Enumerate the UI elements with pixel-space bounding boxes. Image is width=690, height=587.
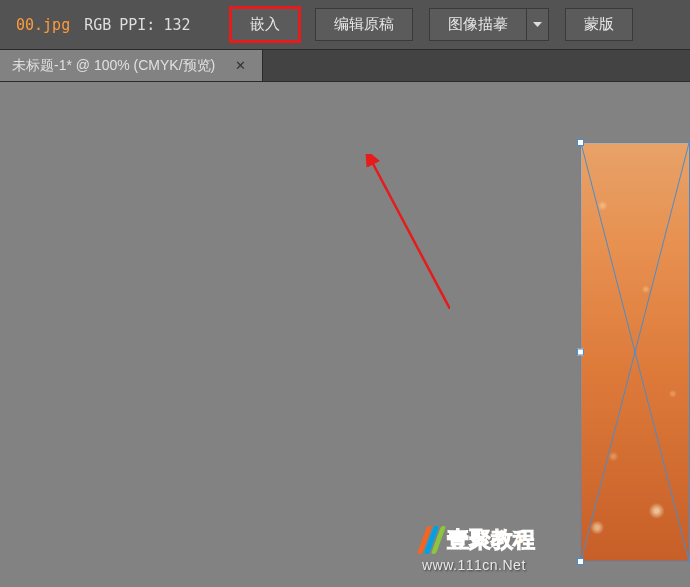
document-tab-bar: 未标题-1* @ 100% (CMYK/预览) ✕: [0, 50, 690, 82]
toolbar-buttons: 嵌入 编辑原稿 图像描摹 蒙版: [231, 8, 633, 41]
transform-handle[interactable]: [577, 558, 584, 565]
svg-line-0: [371, 160, 450, 309]
linked-filename: 00.jpg: [10, 16, 76, 34]
embed-button[interactable]: 嵌入: [231, 8, 299, 41]
annotation-arrow: [365, 154, 450, 309]
document-tab-active[interactable]: 未标题-1* @ 100% (CMYK/预览) ✕: [0, 50, 263, 81]
image-trace-button[interactable]: 图像描摹: [429, 8, 527, 41]
svg-line-2: [581, 143, 689, 561]
placement-diagonals: [581, 143, 689, 561]
color-mode: RGB: [84, 16, 111, 34]
tab-label: 未标题-1* @ 100% (CMYK/预览): [12, 57, 215, 75]
ppi-label: PPI:: [119, 16, 155, 34]
ppi-value: 132: [163, 16, 190, 34]
chevron-down-icon: [533, 22, 542, 28]
transform-handle[interactable]: [577, 139, 584, 146]
mask-button[interactable]: 蒙版: [565, 8, 633, 41]
close-icon[interactable]: ✕: [231, 58, 250, 73]
placed-linked-image[interactable]: [580, 142, 690, 562]
svg-line-1: [581, 143, 689, 561]
image-trace-dropdown[interactable]: [527, 8, 549, 41]
edit-original-button[interactable]: 编辑原稿: [315, 8, 413, 41]
image-trace-group: 图像描摹: [429, 8, 549, 41]
canvas-workspace[interactable]: [0, 82, 690, 587]
options-bar: 00.jpg RGB PPI: 132 嵌入 编辑原稿 图像描摹 蒙版: [0, 0, 690, 50]
transform-handle[interactable]: [577, 349, 584, 356]
linked-file-info: 00.jpg RGB PPI: 132: [10, 16, 191, 34]
